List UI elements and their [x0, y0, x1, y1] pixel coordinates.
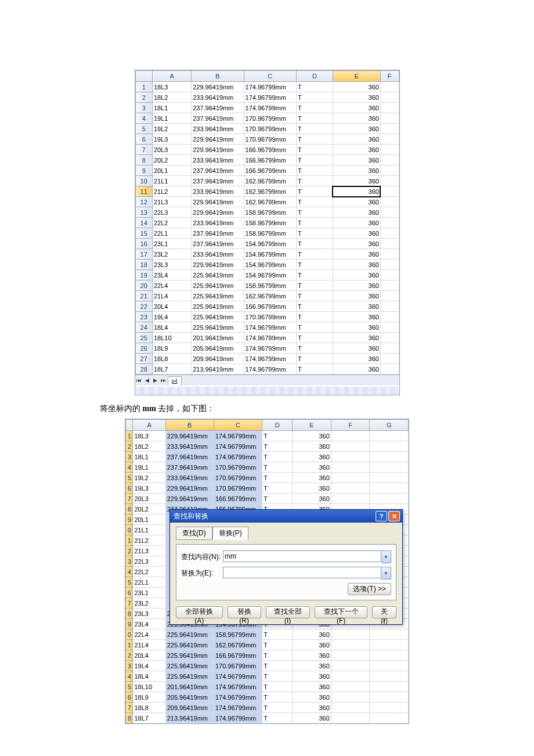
- cell[interactable]: 22L1: [133, 577, 165, 588]
- find-input[interactable]: [223, 550, 381, 562]
- cell[interactable]: 360: [293, 661, 331, 671]
- cell[interactable]: T: [296, 134, 333, 145]
- cell[interactable]: 225.96419mm: [165, 640, 214, 650]
- sheet-tab-p4[interactable]: p4: [168, 376, 182, 385]
- cell[interactable]: T: [262, 703, 293, 713]
- row-header[interactable]: 22: [135, 301, 152, 312]
- cell[interactable]: T: [296, 207, 333, 218]
- row-header[interactable]: 25: [135, 333, 152, 343]
- cell[interactable]: 18L7: [152, 364, 191, 375]
- replace-dropdown-icon[interactable]: ▼: [381, 567, 391, 579]
- col-header-corner[interactable]: [135, 71, 152, 82]
- cell[interactable]: 18L10: [133, 682, 165, 692]
- col-header-F[interactable]: F: [331, 420, 370, 431]
- cell[interactable]: [370, 629, 409, 640]
- cell[interactable]: 360: [293, 441, 331, 452]
- cell[interactable]: 209.96419mm: [165, 703, 214, 713]
- cell[interactable]: 23L2: [133, 598, 165, 609]
- cell[interactable]: 174.96799mm: [214, 692, 262, 703]
- cell[interactable]: [380, 155, 399, 165]
- row-header[interactable]: 17: [135, 249, 152, 260]
- cell[interactable]: 225.96419mm: [192, 312, 244, 322]
- cell[interactable]: 22L4: [133, 629, 165, 640]
- cell[interactable]: [370, 452, 409, 462]
- cell[interactable]: 233.96419mm: [192, 186, 244, 197]
- cell[interactable]: 18L3: [133, 431, 165, 441]
- row-header[interactable]: 26: [135, 343, 152, 354]
- cell[interactable]: 174.96799mm: [244, 333, 296, 343]
- cell[interactable]: 229.96419mm: [192, 145, 244, 155]
- cell[interactable]: T: [262, 431, 293, 441]
- col-header-C[interactable]: C: [244, 71, 296, 82]
- cell[interactable]: [370, 682, 409, 692]
- cell[interactable]: 229.96419mm: [192, 197, 244, 207]
- cell[interactable]: T: [296, 333, 333, 343]
- cell[interactable]: 158.96799mm: [244, 207, 296, 218]
- cell[interactable]: T: [262, 452, 293, 462]
- cell[interactable]: 174.96799mm: [244, 103, 296, 113]
- cell[interactable]: 233.96419mm: [192, 218, 244, 228]
- cell[interactable]: [380, 186, 399, 197]
- row-header[interactable]: 1: [126, 431, 133, 441]
- row-header[interactable]: 8: [126, 504, 133, 514]
- cell[interactable]: 170.96799mm: [244, 312, 296, 322]
- cell[interactable]: [331, 431, 370, 441]
- cell[interactable]: 225.96419mm: [192, 301, 244, 312]
- row-header[interactable]: 20: [135, 280, 152, 291]
- cell[interactable]: 154.96799mm: [244, 270, 296, 280]
- cell[interactable]: 229.96419mm: [192, 134, 244, 145]
- cell[interactable]: 166.96799mm: [244, 301, 296, 312]
- cell[interactable]: 18L1: [152, 103, 191, 113]
- cell[interactable]: 360: [293, 494, 331, 504]
- cell[interactable]: 21L4: [152, 291, 191, 301]
- row-header[interactable]: 9: [135, 165, 152, 176]
- cell[interactable]: 18L8: [133, 703, 165, 713]
- cell[interactable]: 237.96419mm: [192, 165, 244, 176]
- cell[interactable]: [370, 661, 409, 671]
- cell[interactable]: [380, 312, 399, 322]
- cell[interactable]: 18L3: [152, 82, 191, 92]
- cell[interactable]: 233.96419mm: [165, 473, 214, 483]
- cell[interactable]: T: [262, 441, 293, 452]
- row-header[interactable]: 9: [126, 619, 133, 629]
- cell[interactable]: [331, 682, 370, 692]
- cell[interactable]: [380, 364, 399, 375]
- cell[interactable]: 162.96799mm: [244, 186, 296, 197]
- cell[interactable]: 170.96799mm: [214, 661, 262, 671]
- cell[interactable]: 360: [333, 343, 380, 354]
- cell[interactable]: 22L4: [152, 280, 191, 291]
- cell[interactable]: 170.96799mm: [214, 483, 262, 494]
- cell[interactable]: 174.96799mm: [214, 431, 262, 441]
- row-header[interactable]: 2: [135, 92, 152, 103]
- cell[interactable]: T: [296, 155, 333, 165]
- cell[interactable]: [380, 249, 399, 260]
- cell[interactable]: 20L1: [133, 514, 165, 525]
- cell[interactable]: [380, 92, 399, 103]
- cell[interactable]: 360: [293, 671, 331, 682]
- cell[interactable]: 21L1: [152, 176, 191, 186]
- cell[interactable]: 21L1: [133, 525, 165, 535]
- cell[interactable]: 22L1: [152, 228, 191, 239]
- cell[interactable]: 166.96799mm: [214, 494, 262, 504]
- cell[interactable]: 233.96419mm: [192, 124, 244, 134]
- cell[interactable]: [380, 134, 399, 145]
- col-header-A[interactable]: A: [152, 71, 191, 82]
- col-header-C[interactable]: C: [214, 420, 262, 431]
- cell[interactable]: 360: [333, 176, 380, 186]
- cell[interactable]: T: [296, 197, 333, 207]
- cell[interactable]: [380, 145, 399, 155]
- cell[interactable]: T: [296, 249, 333, 260]
- row-header[interactable]: 15: [135, 228, 152, 239]
- cell[interactable]: 22L2: [133, 567, 165, 577]
- cell[interactable]: 360: [333, 103, 380, 113]
- cell[interactable]: T: [296, 218, 333, 228]
- cell[interactable]: T: [296, 176, 333, 186]
- cell[interactable]: T: [262, 629, 293, 640]
- cell[interactable]: [380, 197, 399, 207]
- find-all-button[interactable]: 查找全部(I): [266, 606, 310, 618]
- tab-find[interactable]: 查找(D): [176, 527, 212, 540]
- cell[interactable]: 174.96799mm: [214, 703, 262, 713]
- cell[interactable]: 233.96419mm: [192, 92, 244, 103]
- cell[interactable]: 174.96799mm: [244, 343, 296, 354]
- cell[interactable]: T: [296, 228, 333, 239]
